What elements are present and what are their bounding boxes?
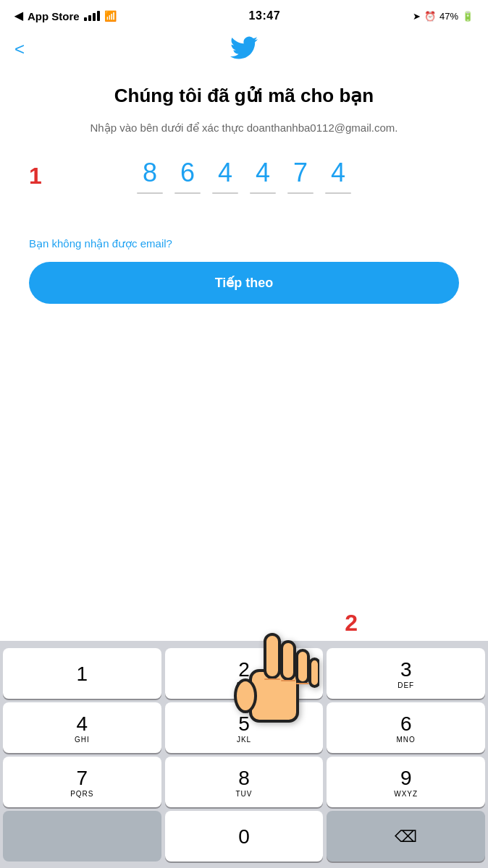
location-icon: ➤ bbox=[413, 11, 421, 22]
key-button-⌫[interactable]: ⌫ bbox=[327, 811, 485, 861]
keyboard-row: 7PQRS8TUV9WXYZ bbox=[3, 757, 485, 807]
key-number: 1 bbox=[77, 664, 88, 684]
keyboard-section: 12ABC3DEF4GHI5JKL6MNO7PQRS8TUV9WXYZ0⌫ bbox=[0, 641, 488, 868]
key-letters: JKL bbox=[237, 736, 251, 744]
key-letters: ABC bbox=[235, 681, 253, 689]
signal-bars bbox=[84, 11, 100, 21]
back-button[interactable]: < bbox=[14, 39, 25, 59]
code-digit: 8 bbox=[137, 158, 163, 188]
code-digit: 4 bbox=[325, 158, 351, 188]
keyboard-row: 12ABC3DEF bbox=[3, 648, 485, 699]
key-letters: DEF bbox=[397, 681, 414, 689]
key-number: 3 bbox=[400, 660, 412, 680]
step-2-indicator: 2 bbox=[345, 610, 358, 637]
key-button-1[interactable]: 1 bbox=[3, 648, 161, 699]
signal-bar-4 bbox=[97, 11, 100, 21]
page-title: Chúng tôi đã gửi mã cho bạn bbox=[29, 84, 459, 109]
key-button-3[interactable]: 3DEF bbox=[327, 648, 485, 699]
battery-label: 47% bbox=[439, 11, 458, 22]
key-button-9[interactable]: 9WXYZ bbox=[327, 757, 485, 807]
next-button[interactable]: Tiếp theo bbox=[29, 262, 459, 304]
key-number: 2 bbox=[238, 660, 250, 680]
key-number: 6 bbox=[400, 714, 412, 734]
code-digit: 7 bbox=[287, 158, 314, 188]
step-1-indicator: 1 bbox=[29, 163, 42, 190]
key-letters: GHI bbox=[75, 736, 90, 744]
code-digits: 864474 bbox=[43, 158, 445, 194]
wifi-icon: 📶 bbox=[104, 10, 117, 22]
code-digit-wrapper: 4 bbox=[212, 158, 238, 194]
key-button-7[interactable]: 7PQRS bbox=[3, 757, 161, 807]
status-time: 13:47 bbox=[249, 9, 280, 22]
twitter-logo bbox=[230, 36, 258, 62]
status-bar: ◀ App Store 📶 13:47 ➤ ⏰ 47% 🔋 bbox=[0, 0, 488, 29]
key-button-0[interactable]: 0 bbox=[165, 811, 324, 861]
code-digit-wrapper: 4 bbox=[325, 158, 351, 194]
code-section: 1 864474 bbox=[29, 158, 459, 194]
key-letters: PQRS bbox=[70, 790, 93, 798]
key-button-2[interactable]: 2ABC bbox=[165, 648, 324, 699]
key-number: 5 bbox=[238, 714, 250, 734]
key-number: 0 bbox=[238, 827, 250, 847]
carrier-label: App Store bbox=[28, 10, 80, 22]
code-underline bbox=[174, 192, 201, 194]
signal-bar-3 bbox=[93, 13, 96, 21]
key-button-empty[interactable] bbox=[3, 811, 161, 861]
main-content: Chúng tôi đã gửi mã cho bạn Nhập vào bên… bbox=[0, 69, 488, 318]
alarm-icon: ⏰ bbox=[424, 11, 436, 22]
code-digit-wrapper: 7 bbox=[287, 158, 314, 194]
code-underline bbox=[137, 192, 163, 194]
key-button-5[interactable]: 5JKL bbox=[165, 702, 324, 753]
code-underline bbox=[287, 192, 314, 194]
battery-icon: 🔋 bbox=[462, 11, 474, 22]
resend-link[interactable]: Bạn không nhận được email? bbox=[29, 237, 459, 250]
key-letters: WXYZ bbox=[394, 790, 418, 798]
code-digit: 4 bbox=[212, 158, 238, 188]
code-underline bbox=[212, 192, 238, 194]
nav-bar: < bbox=[0, 29, 488, 69]
code-underline bbox=[325, 192, 351, 194]
signal-bar-1 bbox=[84, 17, 87, 21]
code-digit: 4 bbox=[250, 158, 276, 188]
code-underline bbox=[250, 192, 276, 194]
key-number: 8 bbox=[238, 768, 250, 788]
status-right: ➤ ⏰ 47% 🔋 bbox=[413, 11, 474, 22]
key-number: 4 bbox=[77, 714, 88, 734]
key-button-8[interactable]: 8TUV bbox=[165, 757, 324, 807]
key-button-6[interactable]: 6MNO bbox=[327, 702, 485, 753]
key-number: 7 bbox=[77, 768, 88, 788]
delete-icon: ⌫ bbox=[395, 827, 417, 846]
keyboard-row: 0⌫ bbox=[3, 811, 485, 861]
code-digit-wrapper: 6 bbox=[174, 158, 201, 194]
key-letters: TUV bbox=[236, 790, 253, 798]
code-digit-wrapper: 8 bbox=[137, 158, 163, 194]
signal-bar-2 bbox=[88, 15, 91, 21]
key-letters: MNO bbox=[397, 736, 416, 744]
key-button-4[interactable]: 4GHI bbox=[3, 702, 161, 753]
code-digit: 6 bbox=[174, 158, 201, 188]
code-digit-wrapper: 4 bbox=[250, 158, 276, 194]
back-arrow-status: ◀ bbox=[14, 9, 23, 22]
status-left: ◀ App Store 📶 bbox=[14, 9, 117, 22]
keyboard-row: 4GHI5JKL6MNO bbox=[3, 702, 485, 753]
page-subtitle: Nhập vào bên dưới để xác thực doanthanhb… bbox=[29, 120, 459, 137]
key-number: 9 bbox=[400, 768, 412, 788]
